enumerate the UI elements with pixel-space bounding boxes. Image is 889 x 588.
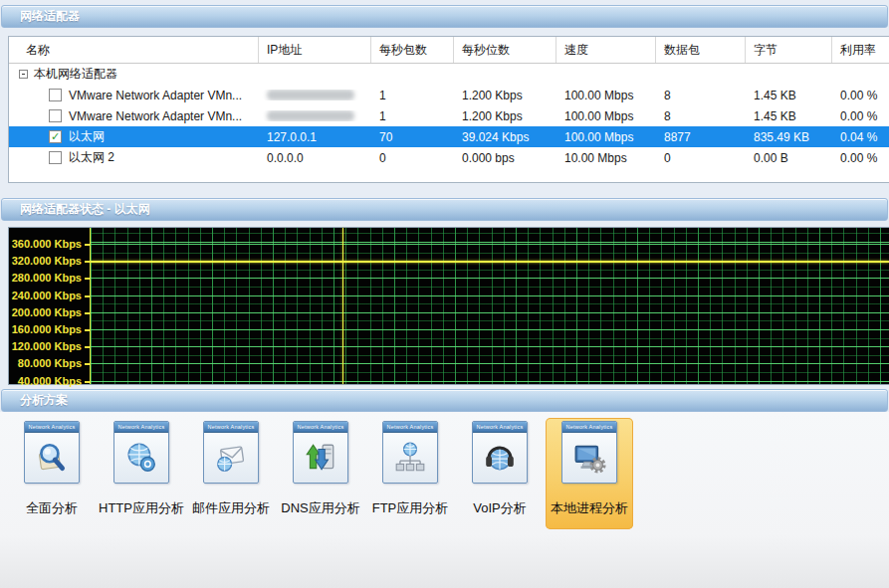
tile-badge-label: Network Analytics xyxy=(383,422,437,433)
redacted-ip xyxy=(267,90,354,100)
adapter-name: 以太网 2 xyxy=(69,149,114,166)
monitor-gear-icon xyxy=(562,433,616,483)
column-header-bps[interactable]: 每秒位数 xyxy=(454,37,556,63)
column-header-ip[interactable]: IP地址 xyxy=(259,37,371,63)
y-tick-label: 240.000 Kbps xyxy=(9,290,90,301)
globe-icon xyxy=(114,433,168,483)
horizontal-marker-line xyxy=(91,261,889,263)
speed-value: 100.00 Mbps xyxy=(556,109,656,123)
analysis-tile[interactable]: Network Analytics xyxy=(113,421,169,484)
ip-value: 127.0.0.1 xyxy=(259,130,371,144)
analysis-item-full[interactable]: Network Analytics 全面分析 xyxy=(8,418,96,529)
table-row[interactable]: 以太网 2 0.0.0.0 0 0.000 bps 10.00 Mbps 0 0… xyxy=(9,147,889,168)
packets-value: 8877 xyxy=(656,130,746,144)
row-checkbox[interactable] xyxy=(49,151,62,164)
analysis-panel-header: 分析方案 xyxy=(1,389,888,412)
packets-value: 0 xyxy=(656,151,746,165)
network-topology-icon xyxy=(383,433,437,483)
analysis-item-voip[interactable]: Network Analytics VoIP分析 xyxy=(456,418,544,529)
analysis-item-label: VoIP分析 xyxy=(473,499,526,517)
tile-badge-label: Network Analytics xyxy=(562,422,616,433)
bps-value: 1.200 Kbps xyxy=(454,109,556,123)
table-row[interactable]: VMware Network Adapter VMn... 1 1.200 Kb… xyxy=(9,105,889,126)
table-row[interactable]: VMware Network Adapter VMn... 1 1.200 Kb… xyxy=(9,85,889,105)
analysis-panel-title: 分析方案 xyxy=(20,393,68,407)
analysis-tile[interactable]: Network Analytics xyxy=(472,421,528,484)
column-header-pps[interactable]: 每秒包数 xyxy=(371,37,454,63)
tile-badge-label: Network Analytics xyxy=(294,422,347,433)
column-header-name[interactable]: 名称 xyxy=(9,37,259,63)
adapter-group-row[interactable]: 本机网络适配器 xyxy=(9,64,889,85)
analysis-item-label: 邮件应用分析 xyxy=(192,499,270,517)
bps-value: 39.024 Kbps xyxy=(454,130,556,144)
y-tick-label: 40.000 Kbps xyxy=(9,375,90,387)
analysis-item-label: 全面分析 xyxy=(26,499,78,517)
column-header-util[interactable]: 利用率 xyxy=(832,37,889,63)
status-panel-title: 网络适配器状态 - 以太网 xyxy=(20,202,150,216)
dns-arrows-icon xyxy=(294,433,347,483)
row-checkbox[interactable] xyxy=(49,130,62,143)
row-checkbox[interactable] xyxy=(49,89,62,101)
adapters-panel-title: 网络适配器 xyxy=(20,9,80,23)
analysis-tile[interactable]: Network Analytics xyxy=(293,421,348,484)
analysis-item-local-process[interactable]: Network Analytics xyxy=(546,418,633,529)
speed-value: 10.00 Mbps xyxy=(556,151,656,165)
bytes-value: 1.45 KB xyxy=(746,89,832,102)
util-value: 0.00 % xyxy=(832,89,889,102)
vertical-marker-line xyxy=(342,228,343,384)
y-tick-label: 80.000 Kbps xyxy=(9,357,90,369)
speed-value: 100.00 Mbps xyxy=(556,89,656,102)
network-analyzer-window: 网络适配器 名称 IP地址 每秒包数 每秒位数 速度 数据包 字节 利用率 本机… xyxy=(0,0,889,588)
bytes-value: 835.49 KB xyxy=(746,130,832,144)
analysis-item-mail[interactable]: Network Analytics 邮件应用分析 xyxy=(187,418,275,529)
adapters-panel-header: 网络适配器 xyxy=(1,5,888,28)
row-checkbox[interactable] xyxy=(49,109,62,122)
pps-value: 70 xyxy=(371,130,454,144)
magnifier-document-icon xyxy=(25,433,79,483)
adapter-name: VMware Network Adapter VMn... xyxy=(69,109,242,123)
redacted-ip xyxy=(267,110,354,121)
pps-value: 1 xyxy=(371,109,454,123)
util-value: 0.00 % xyxy=(832,109,889,123)
traffic-graph: 360.000 Kbps320.000 Kbps280.000 Kbps240.… xyxy=(8,227,889,385)
bps-value: 1.200 Kbps xyxy=(454,89,556,102)
analysis-item-label: FTP应用分析 xyxy=(372,499,449,517)
analysis-item-label: DNS应用分析 xyxy=(281,499,359,517)
column-header-packets[interactable]: 数据包 xyxy=(656,37,746,63)
y-tick-label: 360.000 Kbps xyxy=(9,238,90,250)
analysis-items-row: Network Analytics 全面分析 Network Analytics xyxy=(8,418,633,529)
y-axis-labels: 360.000 Kbps320.000 Kbps280.000 Kbps240.… xyxy=(9,228,90,384)
analysis-item-label: HTTP应用分析 xyxy=(99,499,184,517)
packets-value: 8 xyxy=(656,109,746,123)
adapter-name: VMware Network Adapter VMn... xyxy=(69,89,242,102)
adapter-group-label: 本机网络适配器 xyxy=(34,66,117,83)
tree-collapse-icon[interactable] xyxy=(19,70,28,79)
pps-value: 1 xyxy=(371,89,454,102)
tile-badge-label: Network Analytics xyxy=(25,422,79,433)
column-header-bytes[interactable]: 字节 xyxy=(746,37,832,63)
y-tick-label: 280.000 Kbps xyxy=(9,272,90,284)
y-tick-label: 120.000 Kbps xyxy=(9,340,90,352)
analysis-item-ftp[interactable]: Network Analytics FTP应用分析 xyxy=(366,418,454,529)
analysis-item-label: 本地进程分析 xyxy=(551,499,628,517)
tile-badge-label: Network Analytics xyxy=(114,422,168,433)
y-tick-label: 320.000 Kbps xyxy=(9,255,90,267)
analysis-tile[interactable]: Network Analytics xyxy=(24,421,80,484)
tile-badge-label: Network Analytics xyxy=(473,422,527,433)
analysis-tile[interactable]: Network Analytics xyxy=(203,421,259,484)
adapter-table: 名称 IP地址 每秒包数 每秒位数 速度 数据包 字节 利用率 本机网络适配器 … xyxy=(8,36,889,183)
bytes-value: 1.45 KB xyxy=(746,109,832,123)
adapter-table-header: 名称 IP地址 每秒包数 每秒位数 速度 数据包 字节 利用率 xyxy=(9,37,889,64)
util-value: 0.00 % xyxy=(832,151,889,165)
column-header-speed[interactable]: 速度 xyxy=(556,37,656,63)
analysis-tile[interactable]: Network Analytics xyxy=(561,421,617,484)
table-row-selected[interactable]: 以太网 127.0.0.1 70 39.024 Kbps 100.00 Mbps… xyxy=(9,126,889,147)
analysis-item-http[interactable]: Network Analytics HTTP应用分析 xyxy=(98,418,185,529)
mail-globe-icon xyxy=(204,433,258,483)
graph-plot-area xyxy=(90,228,889,384)
analysis-panel-body: Network Analytics 全面分析 Network Analytics xyxy=(0,412,889,588)
analysis-item-dns[interactable]: Network Analytics DNS应用分析 xyxy=(277,418,364,529)
analysis-tile[interactable]: Network Analytics xyxy=(382,421,438,484)
y-tick-label: 160.000 Kbps xyxy=(9,323,90,335)
y-tick-label: 200.000 Kbps xyxy=(9,306,90,318)
